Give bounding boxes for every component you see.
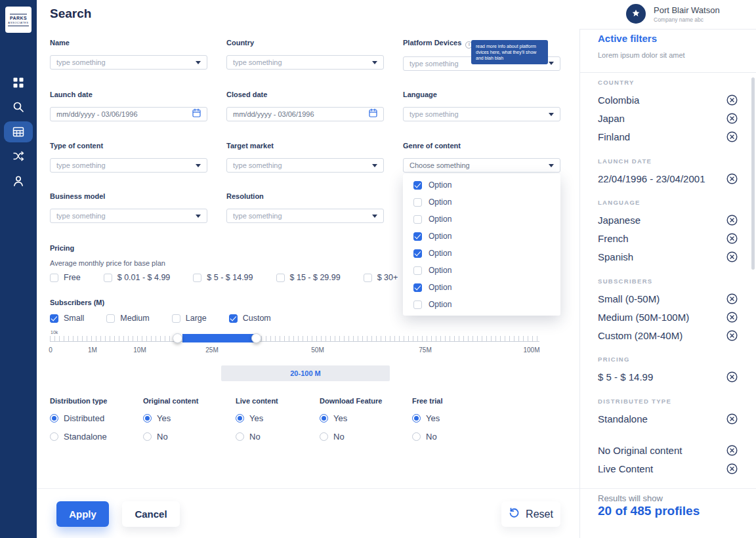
- pricing-option[interactable]: $ 15 - $ 29.99: [276, 273, 341, 282]
- section-header: LAUNCH DATE: [598, 157, 738, 165]
- remove-filter-icon[interactable]: [726, 463, 738, 474]
- checkbox: [364, 274, 372, 282]
- remove-filter-icon[interactable]: [726, 413, 738, 424]
- radio-option[interactable]: Distributed: [50, 413, 107, 423]
- remove-filter-icon[interactable]: [726, 330, 738, 341]
- remove-filter-icon[interactable]: [726, 233, 738, 244]
- genre-filter-group: Genre of content Choose something Option…: [403, 141, 560, 173]
- calendar-icon[interactable]: [369, 108, 377, 120]
- active-filter-item: Small (0-50M): [598, 289, 738, 308]
- checkbox: [413, 249, 422, 258]
- type-of-content-label: Type of content: [50, 141, 207, 150]
- user-company: Company name abc: [654, 16, 720, 23]
- radio: [236, 414, 244, 423]
- dropdown-option[interactable]: Option: [403, 211, 560, 228]
- cancel-button[interactable]: Cancel: [122, 501, 180, 527]
- free-trial-label: Free trial: [412, 397, 442, 405]
- shuffle-icon[interactable]: [0, 146, 37, 167]
- profile-icon[interactable]: [0, 171, 37, 192]
- dropdown-option[interactable]: Option: [403, 262, 560, 279]
- target-market-select[interactable]: type something: [226, 158, 384, 173]
- radio-option[interactable]: Yes: [320, 413, 382, 423]
- radio-option[interactable]: No: [236, 432, 278, 442]
- remove-filter-icon[interactable]: [726, 293, 738, 304]
- user-chip[interactable]: Port Blair Watson Company name abc: [626, 4, 720, 24]
- dropdown-option[interactable]: Option: [403, 194, 560, 211]
- radio-option[interactable]: Yes: [236, 413, 278, 423]
- dropdown-option[interactable]: Option: [403, 279, 560, 296]
- radio: [320, 414, 328, 423]
- apply-button[interactable]: Apply: [56, 501, 109, 527]
- country-select[interactable]: type something: [226, 55, 384, 70]
- remove-filter-icon[interactable]: [726, 445, 738, 456]
- dropdown-option[interactable]: Option: [403, 228, 560, 245]
- radio-option[interactable]: No: [143, 432, 198, 442]
- genre-select[interactable]: Choose something: [403, 158, 560, 173]
- download-feature-label: Download Feature: [320, 397, 382, 405]
- parks-associates-logo[interactable]: PARKS ASSOCIATES: [5, 7, 32, 33]
- resolution-select[interactable]: type something: [226, 209, 384, 223]
- slider-range[interactable]: [182, 334, 256, 342]
- checkbox: [104, 274, 112, 282]
- pricing-option[interactable]: Free: [50, 273, 81, 282]
- reset-button[interactable]: Reset: [501, 501, 560, 527]
- checkbox: [413, 215, 422, 224]
- launch-date-filter-group: Launch date mm/dd/yyyy - 03/06/1996: [50, 90, 207, 121]
- slider-handle-right[interactable]: [251, 333, 261, 343]
- slider-track[interactable]: [50, 336, 539, 342]
- panel-scrollbar[interactable]: [751, 77, 755, 270]
- launch-date-input[interactable]: mm/dd/yyyy - 03/06/1996: [50, 107, 207, 121]
- dropdown-option[interactable]: Option: [403, 296, 560, 313]
- subscribers-option[interactable]: Medium: [106, 314, 149, 323]
- results-count: 20 of 485 profiles: [598, 504, 700, 518]
- remove-filter-icon[interactable]: [726, 113, 738, 124]
- distribution-type-label: Distribution type: [50, 397, 107, 405]
- subscribers-option[interactable]: Custom: [229, 314, 271, 323]
- type-of-content-select[interactable]: type something: [50, 158, 207, 173]
- section-header: PRICING: [598, 356, 738, 363]
- dropdown-option[interactable]: Option: [403, 176, 560, 194]
- closed-date-input[interactable]: mm/dd/yyyy - 03/06/1996: [226, 107, 384, 121]
- remove-filter-icon[interactable]: [726, 131, 738, 142]
- dashboard-icon[interactable]: [0, 72, 37, 93]
- subscribers-option[interactable]: Small: [50, 314, 84, 323]
- chevron-down-icon: [549, 62, 554, 65]
- subscribers-option[interactable]: Large: [172, 314, 207, 323]
- name-select[interactable]: type something: [50, 55, 207, 70]
- checkbox: [413, 300, 422, 309]
- business-model-label: Business model: [50, 192, 207, 201]
- radio-option[interactable]: Yes: [412, 413, 442, 423]
- calendar-icon[interactable]: [192, 108, 201, 120]
- pricing-option[interactable]: $ 0.01 - $ 4.99: [104, 273, 171, 282]
- distribution-type-group: Distribution type Distributed Standalone: [50, 397, 107, 442]
- business-model-select[interactable]: type something: [50, 209, 207, 223]
- active-filter-item: French: [598, 229, 738, 247]
- radio-option[interactable]: No: [320, 432, 382, 442]
- radio-option[interactable]: Yes: [143, 413, 198, 423]
- type-of-content-filter-group: Type of content type something: [50, 141, 207, 173]
- pricing-option[interactable]: $ 30+: [364, 273, 398, 282]
- remove-filter-icon[interactable]: [726, 371, 738, 383]
- radio-option[interactable]: No: [412, 432, 442, 442]
- search-icon[interactable]: [0, 96, 37, 117]
- checkbox: [50, 274, 58, 282]
- remove-filter-icon[interactable]: [726, 173, 738, 184]
- language-select[interactable]: type something: [403, 107, 560, 121]
- radio-option[interactable]: Standalone: [50, 432, 107, 442]
- dropdown-option[interactable]: Option: [403, 245, 560, 262]
- checkbox: [106, 314, 115, 323]
- active-filter-item: $ 5 - $ 14.99: [598, 367, 738, 386]
- pricing-option[interactable]: $ 5 - $ 14.99: [193, 273, 253, 282]
- free-trial-group: Free trial Yes No: [412, 397, 442, 442]
- checkbox: [229, 314, 238, 323]
- slider-handle-left[interactable]: [173, 333, 182, 343]
- slider-tick-label: 10M: [133, 346, 146, 354]
- remove-filter-icon[interactable]: [726, 94, 738, 106]
- remove-filter-icon[interactable]: [726, 251, 738, 262]
- remove-filter-icon[interactable]: [726, 215, 738, 226]
- chevron-down-icon: [372, 215, 377, 218]
- checkbox: [413, 266, 422, 275]
- remove-filter-icon[interactable]: [726, 312, 738, 323]
- checkbox: [413, 181, 422, 190]
- table-icon[interactable]: [0, 121, 37, 142]
